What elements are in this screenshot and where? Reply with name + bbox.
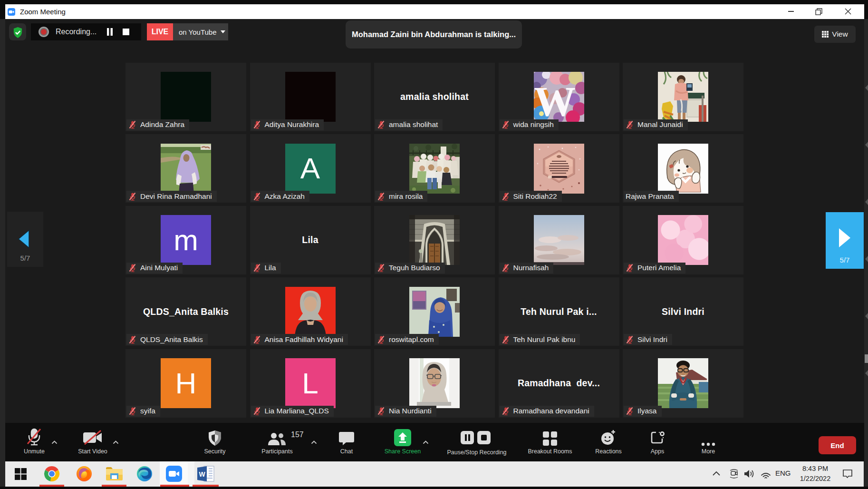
svg-text:W: W <box>199 470 205 478</box>
svg-text:W: W <box>534 78 576 122</box>
